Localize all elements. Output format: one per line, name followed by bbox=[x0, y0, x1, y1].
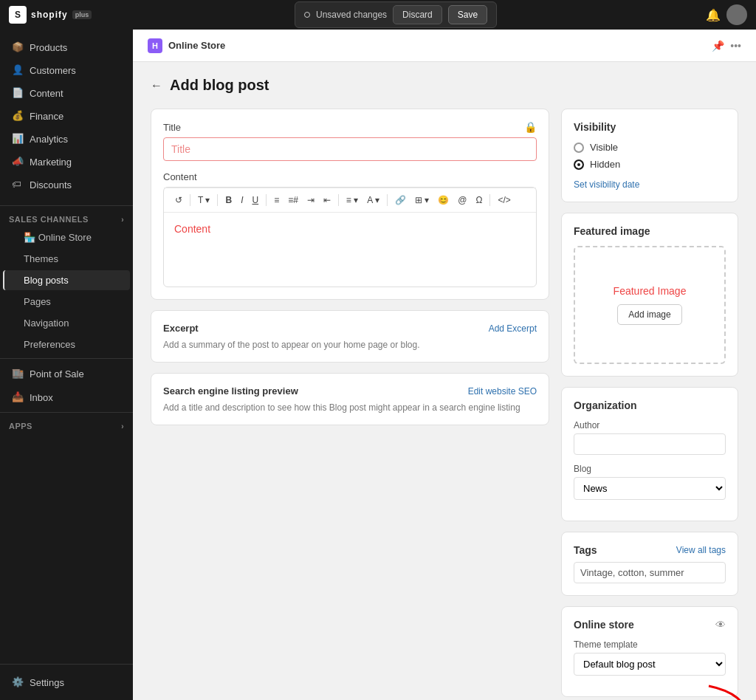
sidebar-item-label: Online Store bbox=[38, 232, 92, 243]
radio-visible-circle bbox=[574, 143, 584, 153]
featured-image-area[interactable]: Featured Image Add image bbox=[574, 246, 726, 364]
add-excerpt-link[interactable]: Add Excerpt bbox=[489, 323, 537, 334]
tags-title: Tags bbox=[574, 544, 597, 556]
store-header-left: H Online Store bbox=[148, 38, 225, 53]
radio-visible[interactable]: Visible bbox=[574, 142, 726, 153]
featured-image-text: Featured Image bbox=[614, 285, 687, 297]
undo-btn[interactable]: ↺ bbox=[171, 193, 186, 207]
dollar-icon: 💰 bbox=[12, 110, 24, 122]
chart-icon: 📊 bbox=[12, 133, 24, 145]
text-style-btn[interactable]: T ▾ bbox=[194, 193, 213, 207]
sidebar-item-finance[interactable]: 💰 Finance bbox=[3, 105, 130, 127]
sidebar-item-label: Blog posts bbox=[24, 275, 69, 286]
sidebar-item-label: Preferences bbox=[24, 339, 75, 350]
online-store-title: Online store bbox=[574, 619, 634, 631]
title-content-card: Title 🔒 Content ↺ bbox=[151, 109, 549, 300]
ordered-list-btn[interactable]: ≡# bbox=[284, 193, 302, 207]
page-content: ← Add blog post Title 🔒 bbox=[133, 62, 756, 700]
sidebar-item-products[interactable]: 📦 Products bbox=[3, 36, 130, 58]
blog-select[interactable]: News Blog bbox=[574, 477, 726, 500]
sidebar-item-customers[interactable]: 👤 Customers bbox=[3, 59, 130, 81]
list-btn[interactable]: ≡ bbox=[270, 193, 283, 207]
sidebar-item-themes[interactable]: Themes bbox=[3, 249, 130, 269]
sidebar-item-preferences[interactable]: Preferences bbox=[3, 334, 130, 354]
set-visibility-date-link[interactable]: Set visibility date bbox=[574, 179, 639, 190]
apps-chevron[interactable]: › bbox=[121, 422, 124, 430]
notifications-icon[interactable]: 🔔 bbox=[706, 8, 721, 22]
sidebar-item-label: Finance bbox=[30, 111, 63, 122]
apps-header: Apps › bbox=[0, 416, 133, 433]
more-icon[interactable]: ••• bbox=[730, 40, 741, 52]
save-top-button[interactable]: Save bbox=[448, 5, 487, 24]
title-input[interactable] bbox=[163, 137, 537, 161]
avatar[interactable] bbox=[726, 4, 747, 25]
mention-btn[interactable]: @ bbox=[454, 193, 470, 207]
featured-image-card: Featured image Featured Image Add image bbox=[561, 213, 738, 377]
align-btn[interactable]: ≡ ▾ bbox=[343, 193, 362, 207]
organization-title: Organization bbox=[574, 399, 726, 411]
code-btn[interactable]: </> bbox=[494, 193, 514, 207]
sidebar-item-discounts[interactable]: 🏷 Discounts bbox=[3, 174, 130, 196]
unsaved-label: Unsaved changes bbox=[316, 10, 387, 20]
author-label: Author bbox=[574, 420, 726, 430]
table-btn[interactable]: ⊞ ▾ bbox=[411, 193, 433, 207]
indent-btn[interactable]: ⇥ bbox=[303, 193, 318, 207]
sidebar-item-marketing[interactable]: 📣 Marketing bbox=[3, 151, 130, 173]
sidebar-item-pages[interactable]: Pages bbox=[3, 292, 130, 312]
sidebar-item-blog-posts[interactable]: Blog posts bbox=[3, 270, 130, 290]
box-icon: 📦 bbox=[12, 41, 24, 53]
font-color-btn[interactable]: A ▾ bbox=[363, 193, 383, 207]
tags-input[interactable] bbox=[574, 562, 726, 583]
link-btn[interactable]: 🔗 bbox=[391, 193, 410, 207]
topbar-center: Unsaved changes Discard Save bbox=[100, 1, 691, 28]
sidebar-item-point-of-sale[interactable]: 🏬 Point of Sale bbox=[3, 363, 130, 385]
excerpt-card: Excerpt Add Excerpt Add a summary of the… bbox=[151, 310, 549, 363]
shopify-icon: S bbox=[9, 6, 27, 24]
eye-icon[interactable]: 👁 bbox=[715, 619, 726, 631]
radio-hidden[interactable]: Hidden bbox=[574, 159, 726, 170]
sep3 bbox=[266, 194, 267, 206]
template-select[interactable]: Default blog post Custom bbox=[574, 653, 726, 676]
sidebar-item-analytics[interactable]: 📊 Analytics bbox=[3, 128, 130, 150]
underline-btn[interactable]: U bbox=[248, 193, 262, 207]
italic-btn[interactable]: I bbox=[237, 193, 247, 207]
sidebar-item-label: Pages bbox=[24, 296, 51, 307]
topbar: S shopify plus Unsaved changes Discard S… bbox=[0, 0, 756, 30]
sidebar-item-content[interactable]: 📄 Content bbox=[3, 82, 130, 104]
person-icon: 👤 bbox=[12, 64, 24, 76]
special-char-btn[interactable]: Ω bbox=[472, 193, 486, 207]
unsaved-dot bbox=[304, 12, 310, 18]
sidebar-item-settings[interactable]: ⚙️ Settings bbox=[3, 671, 130, 693]
author-input[interactable] bbox=[574, 433, 726, 455]
discard-button[interactable]: Discard bbox=[393, 5, 442, 24]
edit-seo-link[interactable]: Edit website SEO bbox=[468, 386, 537, 397]
online-store-header: Online store 👁 bbox=[574, 619, 726, 631]
sales-channels-chevron[interactable]: › bbox=[121, 216, 124, 224]
outdent-btn[interactable]: ⇤ bbox=[320, 193, 334, 207]
sidebar-item-label: Point of Sale bbox=[30, 368, 84, 380]
view-all-tags-link[interactable]: View all tags bbox=[676, 545, 726, 555]
pin-icon[interactable]: 📌 bbox=[712, 40, 724, 52]
seo-title: Search engine listing preview bbox=[163, 385, 298, 397]
radio-hidden-circle bbox=[574, 159, 584, 170]
emoji-btn[interactable]: 😊 bbox=[434, 193, 453, 207]
add-image-button[interactable]: Add image bbox=[617, 304, 681, 325]
sidebar-item-label: Products bbox=[30, 42, 67, 53]
rte-content-body[interactable]: Content bbox=[164, 213, 536, 286]
bold-btn[interactable]: B bbox=[221, 193, 236, 207]
title-label: Title bbox=[163, 122, 181, 133]
author-field: Author bbox=[574, 420, 726, 455]
sidebar-item-label: Discounts bbox=[30, 179, 72, 191]
sidebar-item-navigation[interactable]: Navigation bbox=[3, 313, 130, 333]
content-section: Content ↺ T ▾ B I U bbox=[163, 171, 537, 287]
megaphone-icon: 📣 bbox=[12, 156, 24, 168]
store-header-right: 📌 ••• bbox=[712, 40, 741, 52]
sidebar-item-online-store[interactable]: 🏪 Online Store bbox=[3, 227, 130, 247]
template-label: Theme template bbox=[574, 639, 726, 650]
store-icon: H bbox=[148, 38, 162, 53]
visibility-radio-group: Visible Hidden bbox=[574, 142, 726, 170]
sidebar-item-inbox[interactable]: 📥 Inbox bbox=[3, 386, 130, 408]
back-arrow[interactable]: ← bbox=[151, 79, 162, 92]
title-icon: 🔒 bbox=[524, 121, 537, 133]
sales-channels-label: Sales channels bbox=[9, 215, 89, 224]
